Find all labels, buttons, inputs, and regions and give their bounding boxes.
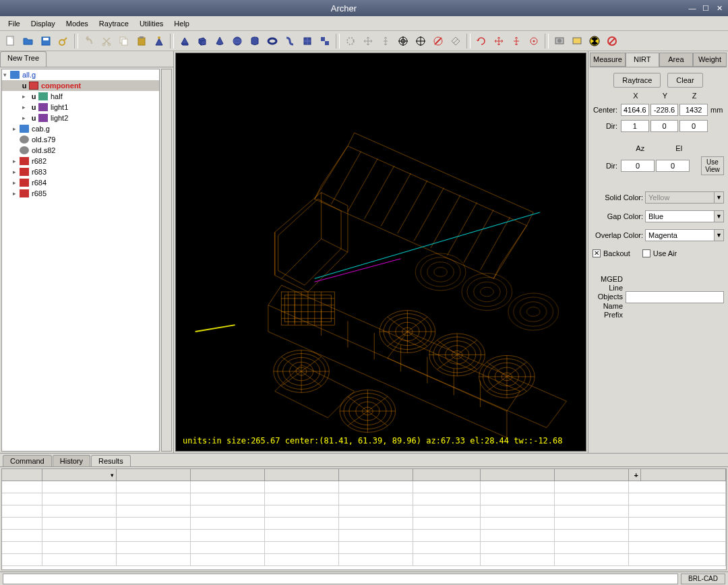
cut-icon[interactable] [98, 33, 115, 49]
tree-item[interactable]: ▸r682 [2, 156, 159, 166]
column-header[interactable] [265, 469, 339, 481]
menu-display[interactable]: Display [26, 18, 61, 29]
table-cell[interactable] [555, 554, 629, 565]
expand-arrow-icon[interactable]: ▸ [22, 115, 29, 121]
gap-color-select[interactable]: Blue [645, 210, 715, 222]
table-cell[interactable] [117, 554, 191, 565]
tree-item[interactable]: ▸ulight1 [2, 102, 159, 113]
column-header[interactable] [413, 469, 481, 481]
expand-arrow-icon[interactable]: ▸ [13, 190, 20, 197]
table-row[interactable] [2, 493, 726, 505]
table-cell[interactable] [2, 518, 42, 529]
table-cell[interactable] [191, 481, 265, 493]
expand-arrow-icon[interactable]: ▸ [13, 125, 20, 132]
pipe-icon[interactable] [282, 33, 298, 49]
table-cell[interactable] [339, 530, 413, 541]
column-header[interactable]: ▾ [42, 469, 117, 481]
table-cell[interactable] [42, 542, 117, 553]
gap-color-arrow[interactable]: ▼ [715, 210, 724, 222]
table-cell[interactable] [339, 542, 413, 553]
center-y-input[interactable] [650, 104, 679, 116]
tree-scrollbar[interactable] [161, 69, 172, 452]
minimize-button[interactable]: — [686, 3, 698, 13]
tab-history[interactable]: History [53, 455, 90, 466]
tab-measure[interactable]: Measure [590, 53, 626, 67]
dir-z-input[interactable] [679, 120, 708, 132]
table-cell[interactable] [555, 493, 629, 505]
tree-item[interactable]: ▸ulight2 [2, 113, 159, 123]
table-cell[interactable] [339, 505, 413, 517]
table-cell[interactable] [555, 542, 629, 553]
tree-item[interactable]: old.s82 [2, 145, 159, 156]
table-cell[interactable] [42, 530, 117, 541]
table-cell[interactable] [481, 542, 555, 553]
table-cell[interactable] [191, 518, 265, 529]
table-cell[interactable] [42, 518, 117, 529]
wizard-icon[interactable] [151, 33, 167, 49]
solid-color-arrow[interactable]: ▼ [715, 191, 724, 204]
menu-file[interactable]: File [3, 18, 26, 29]
expand-arrow-icon[interactable]: ▸ [13, 179, 20, 186]
table-cell[interactable] [265, 542, 339, 553]
rotate-icon[interactable] [342, 33, 359, 49]
tree-item[interactable]: ▸r683 [2, 166, 159, 177]
table-cell[interactable] [413, 493, 481, 505]
table-cell[interactable] [481, 481, 555, 493]
table-cell[interactable] [339, 481, 413, 493]
column-header[interactable] [191, 469, 265, 481]
table-cell[interactable] [42, 493, 117, 505]
edit-translate-icon[interactable] [491, 33, 507, 49]
table-cell[interactable] [413, 481, 481, 493]
table-cell[interactable] [413, 505, 481, 517]
table-cell[interactable] [191, 505, 265, 517]
table-cell[interactable] [117, 530, 191, 541]
table-cell[interactable] [265, 518, 339, 529]
tree-item[interactable]: ▾all.g [2, 69, 159, 80]
clear-button[interactable]: Clear [667, 73, 702, 88]
table-cell[interactable] [481, 505, 555, 517]
raytrace-button[interactable]: Raytrace [613, 73, 661, 88]
table-cell[interactable] [339, 493, 413, 505]
table-cell[interactable] [2, 493, 42, 505]
maximize-button[interactable]: ☐ [700, 3, 712, 13]
tab-nirt[interactable]: NIRT [626, 53, 659, 67]
table-cell[interactable] [481, 518, 555, 529]
column-header[interactable] [481, 469, 555, 481]
column-header[interactable] [117, 469, 191, 481]
nocenter-icon[interactable] [430, 33, 446, 49]
nuclear-icon[interactable] [586, 33, 603, 49]
center-icon[interactable] [395, 33, 411, 49]
table-cell[interactable] [265, 530, 339, 541]
tab-weight[interactable]: Weight [693, 53, 727, 67]
edit-rotate-icon[interactable] [473, 33, 489, 49]
table-cell[interactable] [117, 518, 191, 529]
expand-arrow-icon[interactable]: ▸ [22, 104, 29, 111]
save-icon[interactable] [38, 33, 54, 49]
expand-arrow-icon[interactable]: ▸ [22, 93, 29, 100]
center-x-input[interactable] [621, 104, 649, 116]
menu-modes[interactable]: Modes [61, 18, 94, 29]
table-cell[interactable] [481, 530, 555, 541]
new-icon[interactable] [3, 33, 19, 49]
viewport-3d[interactable]: units:in size:265.67 center:(81.41, 61.3… [175, 53, 586, 452]
table-row[interactable] [2, 542, 726, 554]
table-cell[interactable] [191, 554, 265, 565]
results-grid[interactable]: ▾+ [1, 468, 727, 570]
tree-item[interactable]: ▸r685 [2, 188, 159, 199]
fb-icon[interactable] [569, 33, 585, 49]
table-cell[interactable] [191, 542, 265, 553]
table-cell[interactable] [555, 530, 629, 541]
cylinder-icon[interactable] [247, 33, 263, 49]
table-cell[interactable] [555, 481, 629, 493]
tab-new-tree[interactable]: New Tree [0, 51, 47, 67]
table-cell[interactable] [117, 481, 191, 493]
arb6-icon[interactable] [177, 33, 193, 49]
expand-arrow-icon[interactable]: ▸ [13, 158, 20, 164]
comb-icon[interactable] [317, 33, 333, 49]
table-cell[interactable] [2, 505, 42, 517]
table-cell[interactable] [265, 505, 339, 517]
table-row[interactable] [2, 530, 726, 542]
tab-area[interactable]: Area [659, 53, 693, 67]
table-cell[interactable] [117, 542, 191, 553]
use-view-button[interactable]: Use View [701, 156, 724, 175]
